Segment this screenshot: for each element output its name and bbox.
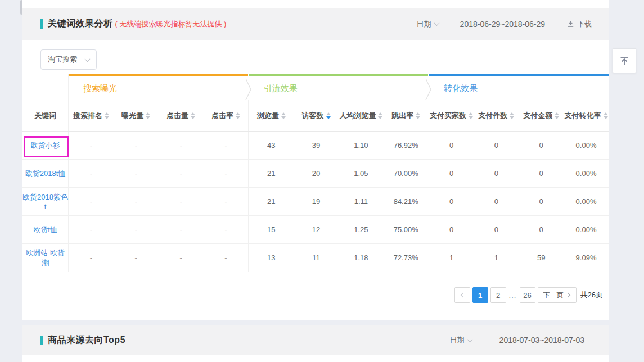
sort-carets-icon[interactable] bbox=[555, 112, 559, 119]
source-top5-header: 商品来源去向Top5 日期 2018-07-03~2018-07-03 bbox=[22, 325, 609, 355]
date-filter[interactable]: 日期 bbox=[417, 19, 439, 29]
dropdown-value: 淘宝搜索 bbox=[48, 55, 77, 65]
column-header-支付金额[interactable]: 支付金额 bbox=[519, 100, 564, 131]
keyword-link[interactable]: 欧洲站 欧货潮 bbox=[22, 244, 69, 272]
table-row: 欧货2018t恤----21201.0570.00%0000.00% bbox=[22, 160, 609, 188]
previous-card-bottom bbox=[22, 0, 609, 8]
table-cell: 70.00% bbox=[384, 160, 429, 187]
column-header-点击量[interactable]: 点击量 bbox=[159, 100, 204, 131]
chevron-left-icon bbox=[461, 293, 465, 297]
table-cell: 1.18 bbox=[339, 244, 384, 272]
back-to-top-button[interactable] bbox=[613, 48, 636, 73]
column-header-跳出率[interactable]: 跳出率 bbox=[384, 100, 429, 131]
sort-carets-icon[interactable] bbox=[326, 112, 331, 119]
table-cell: 0 bbox=[474, 132, 519, 159]
column-header-支付件数[interactable]: 支付件数 bbox=[474, 100, 519, 131]
table-cell: - bbox=[69, 160, 114, 187]
column-header-支付转化率[interactable]: 支付转化率 bbox=[564, 100, 609, 131]
table-cell: 75.00% bbox=[384, 216, 429, 243]
table-cell: - bbox=[114, 160, 159, 187]
table-cell: 72.73% bbox=[384, 244, 429, 272]
table-cell: - bbox=[69, 132, 114, 159]
sort-desc-icon bbox=[146, 116, 150, 119]
keyword-link[interactable]: 欧货2018紫色t bbox=[22, 188, 69, 215]
page-button-1[interactable]: 1 bbox=[472, 287, 488, 303]
column-header-访客数[interactable]: 访客数 bbox=[294, 100, 339, 131]
chevron-down-icon bbox=[434, 20, 439, 26]
table-cell: 0 bbox=[474, 160, 519, 187]
sort-carets-icon[interactable] bbox=[146, 112, 150, 119]
group-spacer bbox=[22, 74, 69, 100]
sort-carets-icon[interactable] bbox=[510, 112, 514, 119]
sort-carets-icon[interactable] bbox=[105, 112, 109, 119]
sort-desc-icon bbox=[326, 116, 331, 119]
table-body: 欧货小衫----43391.1076.92%0000.00%欧货2018t恤--… bbox=[22, 132, 609, 272]
column-header-浏览量[interactable]: 浏览量 bbox=[249, 100, 294, 131]
keyword-table: 搜索曝光引流效果转化效果 关键词 搜索排名曝光量点击量点击率浏览量访客数人均浏览… bbox=[22, 74, 609, 272]
sort-desc-icon bbox=[281, 116, 286, 119]
column-header-label: 访客数 bbox=[302, 111, 324, 121]
section-note: ( 无线端搜索曝光指标暂无法提供 ) bbox=[115, 19, 227, 29]
table-row: 欧洲站 欧货潮----13111.1872.73%11599.09% bbox=[22, 244, 609, 272]
next-page-button[interactable]: 下一页 bbox=[538, 287, 577, 303]
sort-asc-icon bbox=[555, 112, 559, 115]
sort-asc-icon bbox=[146, 112, 150, 115]
sort-desc-icon bbox=[105, 116, 109, 119]
column-header-支付买家数[interactable]: 支付买家数 bbox=[429, 100, 474, 131]
keyword-link[interactable]: 欧货2018t恤 bbox=[22, 160, 69, 187]
table-cell: - bbox=[159, 216, 204, 243]
keyword-link[interactable]: 欧货小衫 bbox=[22, 132, 69, 159]
table-cell: 0 bbox=[474, 216, 519, 243]
table-cell: - bbox=[69, 244, 114, 272]
group-separator-icon bbox=[425, 79, 432, 100]
download-button[interactable]: 下载 bbox=[567, 19, 592, 29]
table-cell: 0.00% bbox=[564, 216, 609, 243]
chevron-down-icon bbox=[85, 56, 91, 62]
table-cell: 12 bbox=[294, 216, 339, 243]
table-cell: - bbox=[159, 244, 204, 272]
sort-asc-icon bbox=[191, 112, 195, 115]
date-range-value: 2018-06-29~2018-06-29 bbox=[460, 20, 545, 29]
title-accent-bar bbox=[40, 19, 43, 29]
table-cell: 1 bbox=[474, 244, 519, 272]
keyword-analysis-card: 淘宝搜索 搜索曝光引流效果转化效果 关键词 搜索排名曝光量点击量点击率浏览量访客… bbox=[22, 40, 609, 320]
column-header-人均浏览量[interactable]: 人均浏览量 bbox=[339, 100, 384, 131]
table-cell: 0 bbox=[429, 132, 474, 159]
column-header-label: 支付金额 bbox=[523, 111, 552, 121]
column-header-曝光量[interactable]: 曝光量 bbox=[114, 100, 159, 131]
table-cell: - bbox=[203, 132, 249, 159]
column-header-点击率[interactable]: 点击率 bbox=[203, 100, 249, 131]
next-page-label: 下一页 bbox=[543, 291, 564, 300]
sort-carets-icon[interactable] bbox=[378, 112, 382, 119]
table-cell: 0.00% bbox=[564, 188, 609, 215]
table-cell: 0 bbox=[474, 188, 519, 215]
search-channel-dropdown[interactable]: 淘宝搜索 bbox=[40, 49, 97, 70]
table-cell: 13 bbox=[249, 244, 294, 272]
table-cell: 0 bbox=[429, 160, 474, 187]
column-group-row: 搜索曝光引流效果转化效果 bbox=[22, 74, 609, 100]
sort-asc-icon bbox=[105, 112, 109, 115]
date-filter[interactable]: 日期 bbox=[450, 335, 472, 345]
filter-row: 淘宝搜索 bbox=[22, 40, 609, 74]
sort-carets-icon[interactable] bbox=[604, 112, 608, 119]
prev-page-button[interactable] bbox=[454, 287, 470, 303]
page-button-26[interactable]: 26 bbox=[520, 287, 535, 303]
sort-carets-icon[interactable] bbox=[236, 112, 240, 119]
table-cell: - bbox=[114, 132, 159, 159]
table-cell: 0 bbox=[519, 132, 564, 159]
sort-carets-icon[interactable] bbox=[281, 112, 286, 119]
table-cell: - bbox=[159, 188, 204, 215]
table-cell: 59 bbox=[519, 244, 564, 272]
table-cell: 20 bbox=[294, 160, 339, 187]
page-button-2[interactable]: 2 bbox=[490, 287, 506, 303]
sort-carets-icon[interactable] bbox=[469, 112, 473, 119]
column-header-label: 支付件数 bbox=[478, 111, 507, 121]
sort-carets-icon[interactable] bbox=[416, 112, 420, 119]
keyword-link[interactable]: 欧货t恤 bbox=[22, 216, 69, 243]
column-header-搜索排名[interactable]: 搜索排名 bbox=[69, 100, 114, 131]
table-cell: 0 bbox=[519, 188, 564, 215]
keyword-analysis-header: 关键词效果分析 ( 无线端搜索曝光指标暂无法提供 ) 日期 2018-06-29… bbox=[22, 8, 609, 40]
table-cell: 9.09% bbox=[564, 244, 609, 272]
sort-carets-icon[interactable] bbox=[191, 112, 195, 119]
table-cell: 0 bbox=[519, 216, 564, 243]
